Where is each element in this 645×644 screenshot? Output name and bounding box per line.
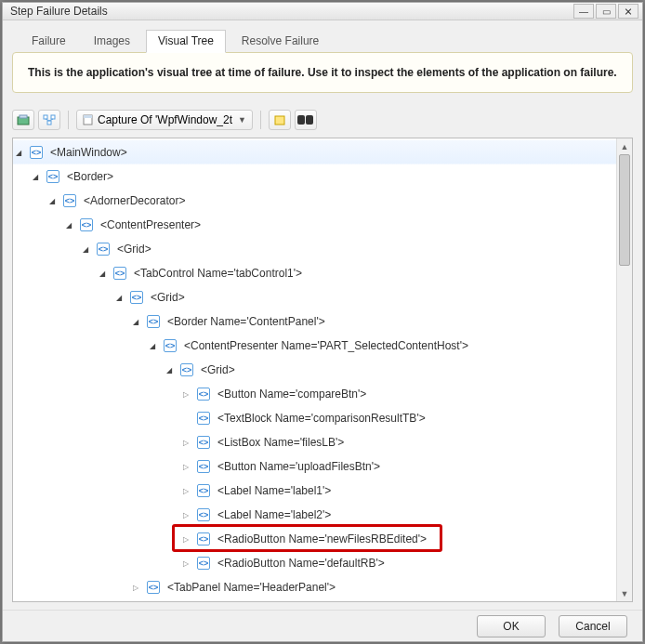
tree-row[interactable]: <Button Name='compareBtn'> bbox=[13, 382, 616, 406]
expand-icon[interactable] bbox=[180, 388, 191, 399]
chevron-down-icon: ▼ bbox=[238, 115, 246, 125]
tree-row[interactable]: <Grid> bbox=[13, 285, 616, 309]
tree-node-label: <Label Name='label1'> bbox=[217, 484, 331, 497]
collapse-icon[interactable] bbox=[30, 171, 41, 181]
window-title: Step Failure Details bbox=[10, 5, 572, 18]
toolbar-separator bbox=[68, 111, 69, 129]
expand-icon[interactable] bbox=[130, 582, 141, 592]
tree-row[interactable]: <Label Name='label1'> bbox=[13, 479, 616, 503]
info-banner: This is the application's visual tree at… bbox=[12, 52, 633, 93]
find-icon[interactable] bbox=[295, 110, 317, 130]
element-icon bbox=[197, 436, 210, 449]
tree-row[interactable]: <ListBox Name='filesLB'> bbox=[13, 430, 616, 454]
tree-node-label: <Grid> bbox=[117, 243, 151, 256]
tree-row[interactable]: <Grid> bbox=[13, 237, 616, 261]
collapse-icon[interactable] bbox=[13, 147, 24, 157]
tree-view-icon[interactable] bbox=[38, 110, 60, 130]
tree-node-label: <ContentPresenter Name='PART_SelectedCon… bbox=[184, 339, 468, 352]
tab-resolve-failure[interactable]: Resolve Failure bbox=[230, 30, 331, 52]
collapse-icon[interactable] bbox=[63, 219, 74, 230]
element-icon bbox=[97, 243, 110, 256]
dialog-window: Step Failure Details — ▭ Failure Images … bbox=[2, 2, 643, 642]
tree-row[interactable]: <ContentPresenter Name='PART_SelectedCon… bbox=[13, 334, 616, 358]
element-icon bbox=[197, 532, 210, 545]
tree-row[interactable]: <RadioButton Name='defaultRB'> bbox=[13, 551, 616, 575]
tree-node-label: <AdornerDecorator> bbox=[84, 194, 185, 207]
highlight-icon[interactable] bbox=[269, 110, 291, 130]
expand-icon[interactable] bbox=[180, 437, 191, 447]
scroll-track[interactable] bbox=[617, 266, 632, 585]
scroll-thumb[interactable] bbox=[619, 154, 630, 266]
expand-icon[interactable] bbox=[180, 533, 191, 544]
tree-row[interactable]: <Border Name='ContentPanel'> bbox=[13, 309, 616, 334]
element-icon bbox=[46, 170, 59, 183]
expand-icon[interactable] bbox=[180, 485, 191, 495]
tree-row[interactable]: <TabPanel Name='HeaderPanel'> bbox=[13, 575, 616, 599]
collapse-icon[interactable] bbox=[97, 268, 108, 278]
visual-tree[interactable]: <MainWindow><Border><AdornerDecorator><C… bbox=[13, 138, 616, 601]
tree-node-label: <ListBox Name='filesLB'> bbox=[217, 436, 344, 449]
svg-rect-1 bbox=[20, 115, 27, 118]
svg-rect-8 bbox=[84, 115, 92, 118]
tree-node-label: <RadioButton Name='newFilesRBEdited'> bbox=[217, 532, 427, 545]
element-icon bbox=[197, 412, 210, 425]
element-icon bbox=[113, 267, 126, 280]
tree-node-label: <RadioButton Name='defaultRB'> bbox=[217, 557, 385, 570]
collapse-icon[interactable] bbox=[80, 243, 91, 254]
close-button[interactable] bbox=[618, 4, 638, 19]
tree-node-label: <TabControl Name='tabControl1'> bbox=[134, 267, 302, 280]
tree-row[interactable]: <Button Name='uploadFilesBtn'> bbox=[13, 454, 616, 479]
tree-row[interactable]: <Label Name='label2'> bbox=[13, 503, 616, 527]
tree-row[interactable]: <Grid> bbox=[13, 358, 616, 382]
tab-visual-tree[interactable]: Visual Tree bbox=[146, 30, 226, 53]
expand-icon[interactable] bbox=[180, 509, 191, 519]
element-icon bbox=[80, 218, 93, 231]
tree-row[interactable]: <TextBlock Name='comparisonResultTB'> bbox=[13, 406, 616, 430]
scroll-up-icon[interactable]: ▲ bbox=[617, 138, 632, 154]
collapse-icon[interactable] bbox=[113, 292, 125, 302]
tree-row[interactable]: <Border> bbox=[13, 164, 616, 189]
expand-icon[interactable] bbox=[180, 558, 191, 568]
element-icon bbox=[197, 508, 210, 521]
tree-node-label: <Border Name='ContentPanel'> bbox=[167, 315, 325, 328]
cancel-button[interactable]: Cancel bbox=[559, 615, 627, 637]
tree-node-label: <MainWindow> bbox=[50, 146, 127, 159]
tree-row[interactable]: <RadioButton Name='newFilesRBEdited'> bbox=[13, 527, 616, 551]
collapse-icon[interactable] bbox=[147, 340, 158, 350]
tree-node-label: <TextBlock Name='comparisonResultTB'> bbox=[217, 412, 426, 425]
toolbar-separator-2 bbox=[260, 111, 261, 129]
element-icon bbox=[180, 363, 193, 376]
vertical-scrollbar[interactable]: ▲ ▼ bbox=[616, 138, 632, 601]
maximize-button[interactable]: ▭ bbox=[596, 4, 616, 19]
file-icon bbox=[83, 114, 94, 125]
collapse-icon[interactable] bbox=[164, 364, 175, 375]
tree-row[interactable]: <AdornerDecorator> bbox=[13, 189, 616, 213]
toolbar: Capture Of 'WpfWindow_2t ▼ bbox=[12, 108, 633, 132]
tree-row[interactable]: <MainWindow> bbox=[13, 140, 616, 164]
collapse-icon[interactable] bbox=[130, 316, 141, 326]
tree-node-label: <Grid> bbox=[151, 291, 185, 304]
svg-rect-3 bbox=[51, 115, 55, 119]
info-text: This is the application's visual tree at… bbox=[28, 66, 617, 79]
tab-failure[interactable]: Failure bbox=[20, 30, 78, 52]
tree-row[interactable]: <TabControl Name='tabControl1'> bbox=[13, 261, 616, 285]
element-icon bbox=[197, 388, 210, 401]
content-area: This is the application's visual tree at… bbox=[12, 52, 633, 602]
capture-dropdown[interactable]: Capture Of 'WpfWindow_2t ▼ bbox=[76, 110, 253, 130]
scroll-down-icon[interactable]: ▼ bbox=[617, 585, 632, 601]
tree-node-label: <Grid> bbox=[201, 363, 235, 376]
tree-row[interactable]: <ContentPresenter> bbox=[13, 213, 616, 237]
minimize-button[interactable]: — bbox=[573, 4, 594, 19]
tree-node-label: <Border> bbox=[67, 170, 113, 183]
ok-button[interactable]: OK bbox=[477, 615, 546, 637]
snapshot-icon[interactable] bbox=[12, 110, 34, 130]
dialog-footer: OK Cancel bbox=[3, 610, 642, 641]
element-icon bbox=[197, 557, 210, 570]
element-icon bbox=[147, 315, 160, 328]
tab-images[interactable]: Images bbox=[82, 30, 142, 52]
tree-node-label: <Button Name='compareBtn'> bbox=[217, 388, 366, 401]
collapse-icon[interactable] bbox=[46, 195, 58, 205]
expand-icon[interactable] bbox=[180, 461, 191, 471]
tree-node-label: <Label Name='label2'> bbox=[217, 508, 331, 521]
title-bar: Step Failure Details — ▭ bbox=[3, 3, 642, 20]
